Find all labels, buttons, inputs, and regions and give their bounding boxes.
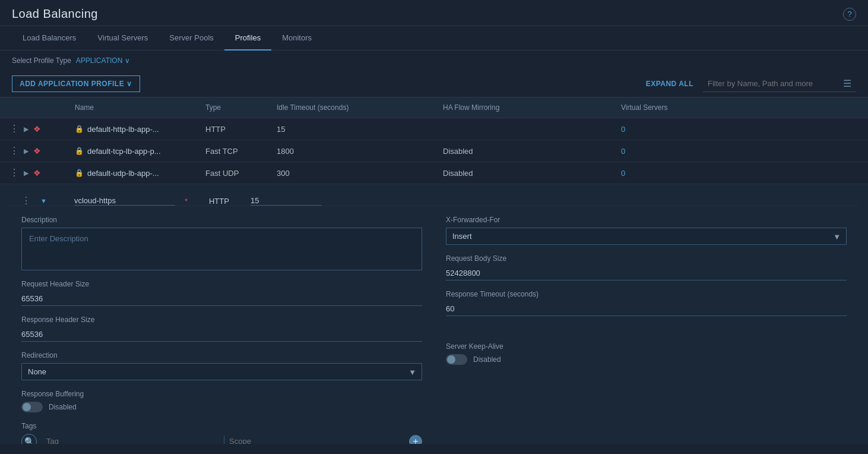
row1-dots-menu[interactable]: ⋮ (9, 124, 19, 134)
expanded-dots-menu[interactable]: ⋮ (21, 196, 31, 206)
row1-lock-icon: 🔒 (75, 125, 84, 133)
expand-all-button[interactable]: EXPAND ALL (646, 80, 693, 88)
row2-actions: ⋮ ▶ ❖ (0, 140, 65, 162)
tag-scope-input[interactable] (224, 434, 407, 444)
row2-expand-icon[interactable]: ▶ (24, 147, 28, 155)
request-body-size-group: Request Body Size (446, 254, 847, 280)
server-keepalive-toggle-knob (447, 355, 455, 364)
server-keepalive-toggle[interactable] (446, 354, 467, 365)
filter-lines-icon: ☰ (843, 78, 851, 89)
row3-dots-menu[interactable]: ⋮ (9, 168, 19, 178)
table-row: ⋮ ▶ ❖ 🔒 default-tcp-lb-app-p... Fast TCP… (0, 140, 868, 162)
x-forwarded-select[interactable]: Insert Replace None (446, 228, 847, 245)
row1-name: 🔒 default-http-lb-app-... (75, 125, 186, 134)
tab-profiles[interactable]: Profiles (224, 26, 271, 51)
filter-wrap: ☰ (703, 75, 856, 92)
expanded-type: HTTP (209, 197, 229, 206)
row1-expand-icon[interactable]: ▶ (24, 125, 28, 133)
form-section: Description Request Header Size (21, 216, 847, 444)
row2-vs-link[interactable]: 0 (621, 147, 625, 156)
col-actions-header (0, 97, 65, 118)
col-idle-header: Idle Timeout (seconds) (267, 97, 433, 118)
col-ha-header: HA Flow Mirroring (433, 97, 612, 118)
request-header-size-input[interactable] (21, 292, 422, 306)
table-header-row: Name Type Idle Timeout (seconds) HA Flow… (0, 97, 868, 118)
x-forwarded-group: X-Forwarded-For Insert Replace None ▼ (446, 216, 847, 245)
tag-input[interactable] (42, 434, 224, 444)
table-row: ⋮ ▶ ❖ 🔒 default-udp-lb-app-... Fast UDP … (0, 162, 868, 184)
row2-name: 🔒 default-tcp-lb-app-p... (75, 147, 186, 156)
description-textarea[interactable] (21, 228, 422, 270)
description-label: Description (21, 216, 422, 224)
request-header-size-group: Request Header Size (21, 280, 422, 306)
server-keepalive-toggle-wrap: Disabled (446, 354, 847, 365)
idle-timeout-input[interactable] (251, 196, 322, 206)
tag-input-wrap: + (42, 434, 422, 444)
profiles-table: Name Type Idle Timeout (seconds) HA Flow… (0, 97, 868, 444)
row1-idle: 15 (267, 118, 433, 140)
filter-input[interactable] (708, 79, 838, 88)
request-body-size-input[interactable] (446, 266, 847, 280)
expanded-row: ⋮ ▼ * HTTP (0, 184, 868, 444)
tag-search-icon[interactable]: 🔍 (21, 434, 37, 444)
row3-name-cell: 🔒 default-udp-lb-app-... (65, 162, 196, 184)
row3-name: 🔒 default-udp-lb-app-... (75, 169, 186, 178)
description-group: Description (21, 216, 422, 270)
x-forwarded-select-wrap: Insert Replace None ▼ (446, 228, 847, 245)
vcloud-name-input[interactable] (74, 196, 175, 206)
profile-type-dropdown[interactable]: APPLICATION ∨ (76, 56, 130, 65)
response-buffering-status: Disabled (49, 403, 77, 411)
response-buffering-toggle-wrap: Disabled (21, 402, 422, 412)
server-keepalive-label: Server Keep-Alive (446, 342, 847, 351)
row1-actions: ⋮ ▶ ❖ (0, 118, 65, 140)
row1-name-cell: 🔒 default-http-lb-app-... (65, 118, 196, 140)
response-header-size-label: Response Header Size (21, 316, 422, 324)
tab-load-balancers[interactable]: Load Balancers (12, 26, 87, 51)
response-header-size-group: Response Header Size (21, 316, 422, 342)
help-icon[interactable]: ? (843, 8, 856, 21)
app-header: Load Balancing ? (0, 0, 868, 26)
col-vs-header: Virtual Servers (612, 97, 868, 118)
table-row: ⋮ ▶ ❖ 🔒 default-http-lb-app-... HTTP 15 … (0, 118, 868, 140)
response-buffering-label: Response Buffering (21, 390, 422, 398)
response-header-size-input[interactable] (21, 327, 422, 342)
expanded-cell: ⋮ ▼ * HTTP (0, 184, 868, 444)
expanded-collapse-icon[interactable]: ▼ (40, 197, 47, 204)
row3-ha: Disabled (433, 162, 612, 184)
col-type-header: Type (196, 97, 267, 118)
tab-virtual-servers[interactable]: Virtual Servers (87, 26, 159, 51)
row3-type: Fast UDP (196, 162, 267, 184)
row3-actions: ⋮ ▶ ❖ (0, 162, 65, 184)
required-star: * (185, 197, 188, 206)
select-profile-type-label: Select Profile Type (12, 56, 71, 65)
response-timeout-label: Response Timeout (seconds) (446, 290, 847, 298)
row1-vs-link[interactable]: 0 (621, 125, 625, 134)
server-keepalive-group: Server Keep-Alive Disabled (446, 342, 847, 365)
row2-dots-menu[interactable]: ⋮ (9, 146, 19, 156)
response-timeout-input[interactable] (446, 302, 847, 316)
row1-share-icon[interactable]: ❖ (33, 124, 41, 134)
response-buffering-toggle[interactable] (21, 402, 43, 412)
x-forwarded-label: X-Forwarded-For (446, 216, 847, 224)
form-left: Description Request Header Size (21, 216, 422, 444)
tab-server-pools[interactable]: Server Pools (159, 26, 224, 51)
expanded-form: Description Request Header Size (9, 206, 859, 444)
row3-share-icon[interactable]: ❖ (33, 168, 41, 178)
redirection-select[interactable]: None HTTP to HTTPS HTTPS to HTTP (21, 363, 422, 380)
row2-actions-wrap: ⋮ ▶ ❖ (9, 146, 56, 156)
toolbar-right: EXPAND ALL ☰ (646, 75, 856, 92)
row3-expand-icon[interactable]: ▶ (24, 169, 28, 177)
row2-share-icon[interactable]: ❖ (33, 146, 41, 156)
response-buffering-group: Response Buffering Disabled (21, 390, 422, 412)
toolbar: ADD APPLICATION PROFILE ∨ EXPAND ALL ☰ (0, 71, 868, 97)
add-application-profile-button[interactable]: ADD APPLICATION PROFILE ∨ (12, 75, 140, 92)
row1-actions-wrap: ⋮ ▶ ❖ (9, 124, 56, 134)
row1-type: HTTP (196, 118, 267, 140)
row3-vs-link[interactable]: 0 (621, 169, 625, 178)
tab-monitors[interactable]: Monitors (271, 26, 322, 51)
row1-ha (433, 118, 612, 140)
request-body-size-label: Request Body Size (446, 254, 847, 263)
row2-vs: 0 (612, 140, 868, 162)
tag-add-button[interactable]: + (409, 435, 422, 444)
response-timeout-group: Response Timeout (seconds) (446, 290, 847, 316)
